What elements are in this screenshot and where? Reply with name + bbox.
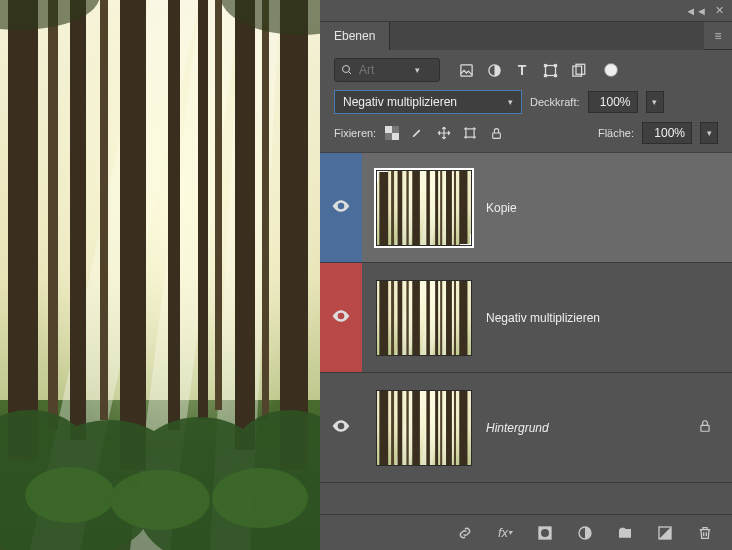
layer-filter-input[interactable] xyxy=(359,63,409,77)
visibility-toggle[interactable] xyxy=(320,373,362,482)
svg-point-34 xyxy=(554,64,557,67)
svg-rect-32 xyxy=(545,65,555,75)
layer-name[interactable]: Kopie xyxy=(486,201,517,215)
opacity-chevron[interactable]: ▾ xyxy=(646,91,664,113)
layer-name[interactable]: Hintergrund xyxy=(486,421,549,435)
svg-rect-40 xyxy=(392,133,399,140)
new-layer-icon[interactable] xyxy=(656,524,674,542)
svg-rect-44 xyxy=(492,132,500,137)
layer-row[interactable]: Kopie xyxy=(320,153,732,263)
smart-icon[interactable] xyxy=(570,62,586,78)
visibility-toggle[interactable] xyxy=(320,263,362,372)
visibility-toggle[interactable] xyxy=(320,153,362,262)
image-icon[interactable] xyxy=(458,62,474,78)
svg-rect-43 xyxy=(466,129,474,137)
svg-line-29 xyxy=(349,72,352,75)
chevron-down-icon: ▾ xyxy=(508,97,513,107)
svg-rect-39 xyxy=(385,126,392,133)
opacity-label: Deckkraft: xyxy=(530,96,580,108)
shape-icon[interactable] xyxy=(542,62,558,78)
adjustment-icon[interactable] xyxy=(576,524,594,542)
layers-panel: ◄◄ ✕ Ebenen ≡ ▾ T Negativ multipli xyxy=(320,0,732,550)
lock-artboard-icon[interactable] xyxy=(462,125,478,141)
layer-thumbnail[interactable] xyxy=(376,170,472,246)
layer-row[interactable]: Hintergrund xyxy=(320,373,732,483)
eye-icon xyxy=(331,306,351,329)
layer-row[interactable]: Negativ multiplizieren xyxy=(320,263,732,373)
trash-icon[interactable] xyxy=(696,524,714,542)
svg-point-33 xyxy=(544,64,547,67)
canvas-preview xyxy=(0,0,320,550)
eye-icon xyxy=(331,196,351,219)
lock-move-icon[interactable] xyxy=(436,125,452,141)
svg-rect-45 xyxy=(701,425,709,431)
type-icon[interactable]: T xyxy=(514,62,530,78)
search-icon xyxy=(341,64,353,76)
lock-pixels-icon[interactable] xyxy=(384,125,400,141)
lock-icon[interactable] xyxy=(698,419,712,436)
layer-thumbnail[interactable] xyxy=(376,390,472,466)
lock-all-icon[interactable] xyxy=(488,125,504,141)
svg-rect-30 xyxy=(460,64,471,75)
svg-point-28 xyxy=(343,66,350,73)
chevron-down-icon: ▾ xyxy=(415,65,420,75)
adjust-icon[interactable] xyxy=(486,62,502,78)
panel-menu-icon[interactable]: ≡ xyxy=(704,29,732,43)
svg-point-36 xyxy=(554,74,557,77)
layer-thumbnail[interactable] xyxy=(376,280,472,356)
layer-name[interactable]: Negativ multiplizieren xyxy=(486,311,600,325)
layer-filter-select[interactable]: ▾ xyxy=(334,58,440,82)
collapse-icon[interactable]: ◄◄ xyxy=(685,5,707,17)
filter-toggle[interactable] xyxy=(604,63,618,77)
blend-mode-select[interactable]: Negativ multiplizieren ▾ xyxy=(334,90,522,114)
tab-layers[interactable]: Ebenen xyxy=(320,22,390,50)
svg-point-35 xyxy=(544,74,547,77)
eye-icon xyxy=(331,416,351,439)
fill-chevron[interactable]: ▾ xyxy=(700,122,718,144)
mask-icon[interactable] xyxy=(536,524,554,542)
svg-point-47 xyxy=(541,529,549,537)
layers-list: Kopie Negativ multiplizieren Hintergrund xyxy=(320,153,732,514)
close-icon[interactable]: ✕ xyxy=(715,4,724,17)
svg-rect-42 xyxy=(385,133,392,140)
group-icon[interactable] xyxy=(616,524,634,542)
lock-brush-icon[interactable] xyxy=(410,125,426,141)
fill-input[interactable]: 100% xyxy=(642,122,692,144)
link-icon[interactable] xyxy=(456,524,474,542)
fx-icon[interactable]: fx▾ xyxy=(496,524,514,542)
opacity-input[interactable]: 100% xyxy=(588,91,638,113)
svg-rect-41 xyxy=(392,126,399,133)
lock-label: Fixieren: xyxy=(334,127,376,139)
fill-label: Fläche: xyxy=(598,127,634,139)
